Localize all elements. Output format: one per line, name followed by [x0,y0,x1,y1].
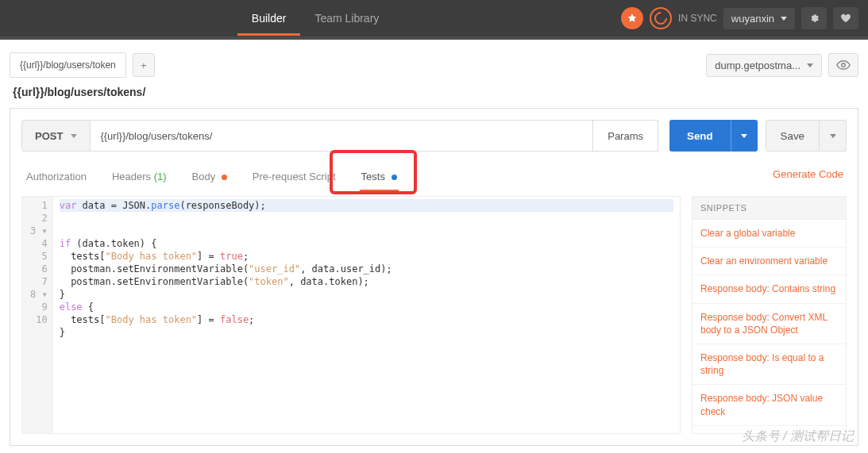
app-header: Builder Team Library IN SYNC wuyanxin [0,0,868,36]
url-input[interactable] [91,120,593,152]
header-center: Builder Team Library [10,1,621,36]
interceptor-icon[interactable] [621,7,643,29]
tab-headers[interactable]: Headers (1) [110,164,168,192]
editor-content[interactable]: var data = JSON.parse(responseBody); if … [53,197,680,433]
snippets-header: SNIPPETS [692,197,846,220]
snippet-item[interactable]: Clear an environment variable [692,248,846,275]
environment-selected: dump.getpostma... [715,60,800,71]
tab-body-label: Body [192,171,216,182]
params-button[interactable]: Params [593,120,658,152]
request-panel: POST Params Send Save Authorization Head… [10,108,858,446]
username-label: wuyanxin [731,13,774,25]
dot-indicator-icon [392,175,397,180]
user-menu[interactable]: wuyanxin [723,8,795,29]
snippet-item[interactable]: Response headers: Content- [692,426,846,434]
send-dropdown[interactable] [731,120,758,152]
tab-prerequest[interactable]: Pre-request Script [251,164,338,192]
add-request-tab[interactable]: + [133,53,155,77]
sync-status: IN SYNC [678,13,717,24]
save-button[interactable]: Save [766,120,820,152]
editor-gutter: 1 2 3 ▾ 4 5 6 7 8 ▾ 9 10 [22,197,53,433]
tab-team-library[interactable]: Team Library [300,1,393,36]
tab-tests-label: Tests [361,171,385,182]
request-tab-active[interactable]: {{url}}/blog/users/token [10,52,126,78]
generate-code-link[interactable]: Generate Code [773,168,843,188]
snippet-item[interactable]: Response body: JSON value check [692,385,846,425]
sync-icon[interactable] [650,7,672,29]
header-right: IN SYNC wuyanxin [621,7,858,29]
request-subtabs: Authorization Headers (1) Body Pre-reque… [21,159,847,193]
environment-dropdown[interactable]: dump.getpostma... [706,54,822,77]
header-tabs: Builder Team Library [237,1,394,36]
tab-headers-label: Headers [112,171,151,182]
request-title: {{url}}/blog/users/tokens/ [0,86,868,108]
snippets-panel: SNIPPETS Clear a global variable Clear a… [692,196,847,434]
dot-indicator-icon [222,175,227,180]
code-editor[interactable]: 1 2 3 ▾ 4 5 6 7 8 ▾ 9 10 var data = JSON… [21,196,681,434]
request-tabs-bar: {{url}}/blog/users/token + dump.getpostm… [0,40,868,86]
svg-point-0 [842,63,846,67]
save-dropdown[interactable] [820,120,847,152]
tab-builder[interactable]: Builder [237,1,301,36]
url-bar: POST Params Send Save [21,120,847,152]
editor-area: 1 2 3 ▾ 4 5 6 7 8 ▾ 9 10 var data = JSON… [21,196,847,434]
snippet-item[interactable]: Clear a global variable [692,220,846,248]
heart-button[interactable] [833,7,858,29]
chevron-down-icon [807,63,813,67]
chevron-down-icon [781,17,787,21]
snippet-item[interactable]: Response body: Is equal to a string [692,344,846,385]
tab-tests[interactable]: Tests [360,164,399,192]
environment-quicklook[interactable] [828,53,858,77]
settings-button[interactable] [801,7,827,29]
tab-body[interactable]: Body [191,164,229,192]
headers-count: (1) [154,171,167,182]
send-button[interactable]: Send [669,120,731,152]
snippet-item[interactable]: Response body: Convert XML body to a JSO… [692,304,846,344]
method-dropdown[interactable]: POST [21,120,91,152]
snippet-item[interactable]: Response body: Contains string [692,275,846,303]
method-label: POST [35,130,63,142]
chevron-down-icon [71,134,77,138]
tab-authorization[interactable]: Authorization [25,164,88,192]
